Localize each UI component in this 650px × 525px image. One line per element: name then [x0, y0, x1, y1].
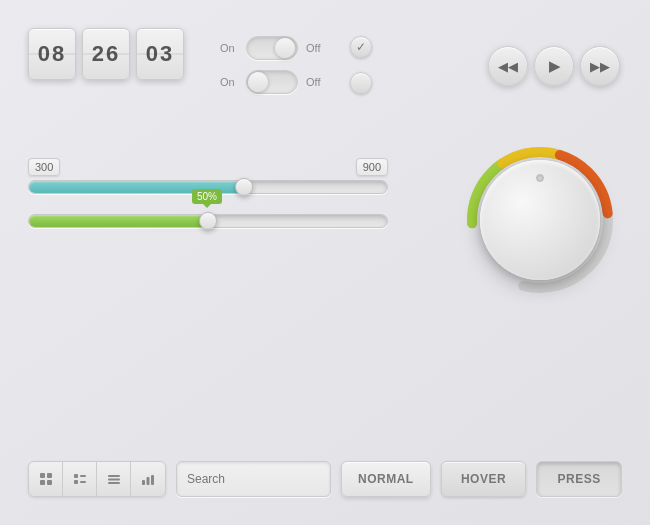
rewind-icon: ◀◀ — [498, 59, 518, 74]
toggles-section: On Off On Off — [220, 36, 324, 94]
bar-chart-view-button[interactable] — [131, 462, 165, 496]
hover-button[interactable]: HOVER — [441, 461, 527, 497]
search-input[interactable] — [187, 472, 337, 486]
media-controls: ◀◀ ▶ ▶▶ — [488, 46, 620, 86]
green-slider-container: 50% — [28, 210, 388, 228]
svg-rect-4 — [40, 473, 45, 478]
toggle-off-label-2: Off — [306, 76, 324, 88]
toggle-on-label-2: On — [220, 76, 238, 88]
flip-digit-minutes: 26 — [82, 28, 130, 80]
green-slider-fill — [29, 215, 208, 227]
list-view-button[interactable] — [97, 462, 131, 496]
svg-rect-15 — [142, 480, 145, 485]
green-slider-track[interactable]: 50% — [28, 214, 388, 228]
toggle-thumb-2 — [248, 72, 268, 92]
slider-labels-1: 300 900 — [28, 158, 388, 176]
knob-body[interactable] — [480, 160, 600, 280]
bar-chart-icon — [141, 472, 155, 486]
slider-min-badge: 300 — [28, 158, 60, 176]
svg-rect-6 — [40, 480, 45, 485]
toggle-row-2: On Off — [220, 70, 324, 94]
grid-view-button[interactable] — [29, 462, 63, 496]
teal-slider-handle[interactable] — [235, 178, 253, 196]
knob-indicator-dot — [536, 174, 544, 182]
search-box — [176, 461, 331, 497]
toggle-2[interactable] — [246, 70, 298, 94]
list-detail-view-button[interactable] — [63, 462, 97, 496]
play-icon: ▶ — [549, 57, 561, 75]
forward-icon: ▶▶ — [590, 59, 610, 74]
normal-button[interactable]: NORMAL — [341, 461, 431, 497]
flip-digit-seconds: 03 — [136, 28, 184, 80]
grid-icon — [39, 472, 53, 486]
press-button[interactable]: PRESS — [536, 461, 622, 497]
svg-rect-12 — [108, 475, 120, 477]
svg-rect-8 — [74, 474, 78, 478]
svg-rect-14 — [108, 482, 120, 484]
toggle-on-label-1: On — [220, 42, 238, 54]
page: 08 26 03 On Off On Off — [0, 0, 650, 525]
list-detail-icon — [73, 472, 87, 486]
flip-clock: 08 26 03 — [28, 28, 184, 80]
rewind-button[interactable]: ◀◀ — [488, 46, 528, 86]
toggle-row-1: On Off — [220, 36, 324, 60]
toggle-thumb-1 — [275, 38, 295, 58]
sliders-section: 300 900 50% — [28, 158, 388, 244]
forward-button[interactable]: ▶▶ — [580, 46, 620, 86]
svg-rect-13 — [108, 479, 120, 481]
green-slider-handle[interactable]: 50% — [199, 212, 217, 230]
bottom-section: NORMAL HOVER PRESS — [28, 461, 622, 497]
checkmark-icon: ✓ — [356, 41, 366, 53]
toggle-off-label-1: Off — [306, 42, 324, 54]
svg-rect-5 — [47, 473, 52, 478]
percent-badge: 50% — [192, 189, 222, 204]
small-circle-2[interactable] — [350, 72, 372, 94]
play-button[interactable]: ▶ — [534, 46, 574, 86]
small-circle-1[interactable]: ✓ — [350, 36, 372, 58]
svg-rect-17 — [151, 475, 154, 485]
slider-max-badge: 900 — [356, 158, 388, 176]
svg-rect-9 — [80, 475, 86, 477]
list-icon — [107, 472, 121, 486]
svg-rect-11 — [80, 481, 86, 483]
svg-rect-7 — [47, 480, 52, 485]
view-icon-group — [28, 461, 166, 497]
knob-section — [460, 140, 620, 300]
small-toggles: ✓ — [350, 36, 372, 94]
flip-digit-hours: 08 — [28, 28, 76, 80]
toggle-1[interactable] — [246, 36, 298, 60]
svg-rect-10 — [74, 480, 78, 484]
svg-rect-16 — [147, 477, 150, 485]
